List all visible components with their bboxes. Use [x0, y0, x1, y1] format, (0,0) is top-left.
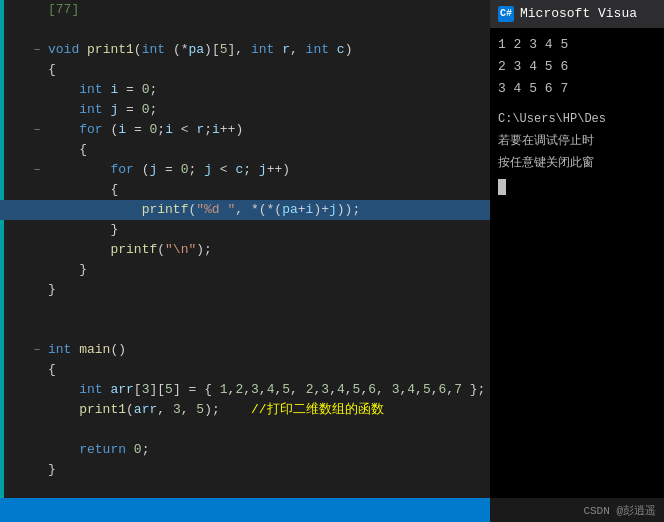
console-titlebar: C# Microsoft Visua — [490, 0, 664, 28]
code-line: [77] — [0, 0, 490, 20]
code-line: { — [0, 360, 490, 380]
code-line: − for (j = 0; j < c; j++) — [0, 160, 490, 180]
console-line: 3 4 5 6 7 — [498, 78, 656, 100]
console-line: 2 3 4 5 6 — [498, 56, 656, 78]
line-content: printf("\n"); — [44, 240, 490, 260]
code-line: } — [0, 260, 490, 280]
code-line: int i = 0; — [0, 80, 490, 100]
line-content: int i = 0; — [44, 80, 490, 100]
line-content — [44, 420, 490, 440]
line-content: for (j = 0; j < c; j++) — [44, 160, 490, 180]
cursor-block — [498, 179, 506, 195]
line-content: { — [44, 180, 490, 200]
console-output: 1 2 3 4 5 2 3 4 5 6 3 4 5 6 7 C:\Users\H… — [490, 28, 664, 514]
csdn-watermark: CSDN @彭逍遥 — [490, 498, 664, 522]
console-title: Microsoft Visua — [520, 4, 637, 24]
code-line — [0, 300, 490, 320]
code-line-highlighted: printf("%d ", *(*(pa+i)+j)); — [0, 200, 490, 220]
status-bar — [0, 498, 490, 522]
line-content: { — [44, 140, 490, 160]
console-icon: C# — [498, 6, 514, 22]
code-line: } — [0, 280, 490, 300]
console-cursor-line — [498, 176, 656, 198]
code-line: printf("\n"); — [0, 240, 490, 260]
code-line: { — [0, 60, 490, 80]
line-content: } — [44, 460, 490, 480]
code-line: { — [0, 180, 490, 200]
code-line: int j = 0; — [0, 100, 490, 120]
code-line: − for (i = 0;i < r;i++) — [0, 120, 490, 140]
line-content: for (i = 0;i < r;i++) — [44, 120, 490, 140]
line-content: int main() — [44, 340, 490, 360]
code-line: } — [0, 460, 490, 480]
code-line: print1(arr, 3, 5); //打印二维数组的函数 — [0, 400, 490, 420]
line-content: print1(arr, 3, 5); //打印二维数组的函数 — [44, 400, 490, 420]
code-line: { — [0, 140, 490, 160]
line-content: } — [44, 260, 490, 280]
console-line: C:\Users\HP\Des — [498, 108, 656, 130]
code-line: − void print1(int (*pa)[5], int r, int c… — [0, 40, 490, 60]
code-editor: [77] − void print1(int (*pa)[5], int r, … — [0, 0, 490, 522]
console-line: 按任意键关闭此窗 — [498, 152, 656, 174]
console-line: 1 2 3 4 5 — [498, 34, 656, 56]
line-content: } — [44, 280, 490, 300]
line-content: printf("%d ", *(*(pa+i)+j)); — [44, 200, 490, 220]
code-line — [0, 420, 490, 440]
line-content: } — [44, 220, 490, 240]
line-content: void print1(int (*pa)[5], int r, int c) — [44, 40, 490, 60]
line-content: { — [44, 360, 490, 380]
collapse-icon[interactable]: − — [30, 120, 44, 140]
line-content: [77] — [44, 0, 490, 20]
csdn-text: CSDN @彭逍遥 — [583, 503, 656, 518]
code-line — [0, 320, 490, 340]
code-line: int arr[3][5] = { 1,2,3,4,5, 2,3,4,5,6, … — [0, 380, 490, 400]
line-content: int j = 0; — [44, 100, 490, 120]
line-content: { — [44, 60, 490, 80]
collapse-icon[interactable]: − — [30, 40, 44, 60]
console-line: 若要在调试停止时 — [498, 130, 656, 152]
line-content: int arr[3][5] = { 1,2,3,4,5, 2,3,4,5,6, … — [44, 380, 490, 400]
line-content — [44, 320, 490, 340]
line-content — [44, 20, 490, 40]
console-panel: C# Microsoft Visua 1 2 3 4 5 2 3 4 5 6 3… — [490, 0, 664, 522]
code-line: − int main() — [0, 340, 490, 360]
line-content — [44, 300, 490, 320]
code-line — [0, 20, 490, 40]
code-line: } — [0, 220, 490, 240]
collapse-icon[interactable]: − — [30, 340, 44, 360]
line-content: return 0; — [44, 440, 490, 460]
editor-content: [77] − void print1(int (*pa)[5], int r, … — [0, 0, 490, 480]
collapse-icon[interactable]: − — [30, 160, 44, 180]
code-line: return 0; — [0, 440, 490, 460]
